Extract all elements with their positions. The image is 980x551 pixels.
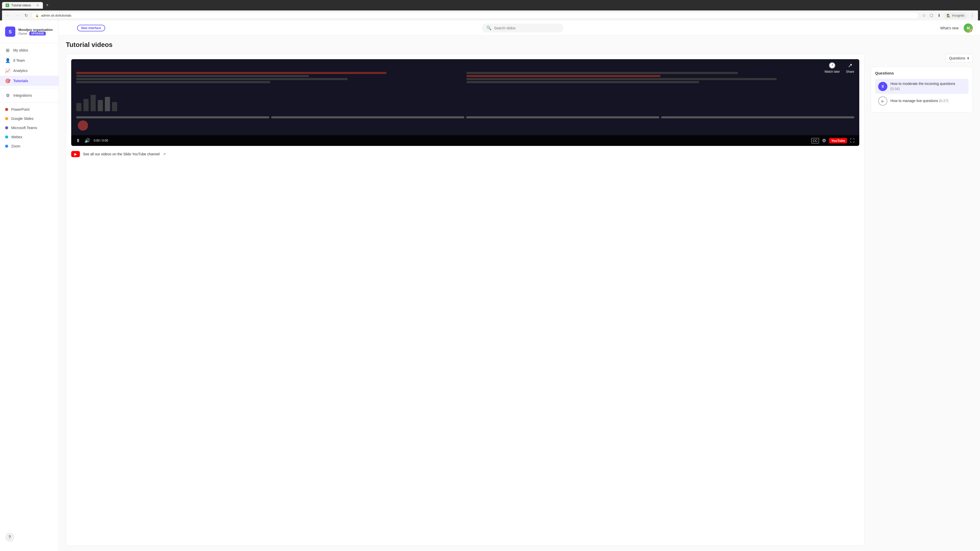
- powerpoint-label: PowerPoint: [11, 107, 30, 111]
- integrations-icon: ⚙: [5, 93, 10, 98]
- extensions-button[interactable]: ⬡: [929, 12, 934, 19]
- external-link-icon: ↗: [163, 152, 166, 156]
- question-text-2: How to manage live questions (0:27): [891, 98, 948, 103]
- webex-dot: [5, 135, 8, 138]
- analytics-icon: 📈: [5, 68, 10, 73]
- address-bar[interactable]: 🔒 admin.sli.do/tutorials: [32, 12, 919, 19]
- whats-new-button[interactable]: What's new: [940, 26, 959, 30]
- toolbar-right: ☆ ⬡ ⬇ 🕵 Incognito ⋮: [921, 12, 975, 19]
- download-button[interactable]: ⬇: [936, 12, 942, 19]
- question-item-1[interactable]: ⏸ How to moderate the incoming questions…: [875, 79, 969, 94]
- org-info: Moodjoy organization Owner UPGRADE: [18, 28, 52, 35]
- youtube-link[interactable]: ▶ See all our videos on the Slido YouTub…: [71, 151, 859, 157]
- sidebar-item-google-slides[interactable]: Google Slides: [0, 114, 59, 123]
- volume-button[interactable]: 🔊: [84, 137, 91, 144]
- avatar[interactable]: M: [964, 24, 973, 33]
- chevron-down-icon: ▾: [967, 56, 969, 60]
- settings-button[interactable]: ⚙: [821, 137, 827, 144]
- url-text: admin.sli.do/tutorials: [41, 14, 72, 17]
- presenter-avatar: [78, 121, 88, 130]
- my-slidos-icon: ⊞: [5, 48, 10, 53]
- watch-later-button[interactable]: 🕐 Watch later: [824, 62, 840, 73]
- tutorials-label: Tutorials: [13, 79, 28, 83]
- page-title: Tutorial videos: [66, 41, 973, 49]
- questions-header: Questions ▾: [871, 54, 973, 62]
- webex-label: Webex: [11, 135, 22, 139]
- browser-tabs: S Tutorial videos ✕ +: [2, 2, 978, 9]
- question-icon-playing: ⏸: [878, 82, 887, 91]
- topbar-right: What's new M: [940, 24, 973, 33]
- video-container[interactable]: 🕐 Watch later ↗ Share ⏸ 🔊: [71, 59, 859, 146]
- captions-button[interactable]: CC: [811, 138, 819, 143]
- analytics-label: Analytics: [13, 68, 27, 73]
- active-tab[interactable]: S Tutorial videos ✕: [2, 2, 43, 9]
- search-area: 🔍: [105, 24, 940, 32]
- youtube-logo: YouTube: [829, 138, 847, 143]
- org-role-row: Owner UPGRADE: [18, 32, 52, 35]
- zoom-label: Zoom: [11, 144, 21, 148]
- paused-icon: ▶: [881, 99, 884, 103]
- incognito-badge[interactable]: 🕵 Incognito: [944, 13, 967, 18]
- questions-list-title: Questions: [875, 71, 969, 75]
- app-topbar: New interface 🔍 What's new M: [59, 21, 980, 36]
- menu-button[interactable]: ⋮: [969, 12, 975, 19]
- sidebar-item-powerpoint[interactable]: PowerPoint: [0, 105, 59, 114]
- video-controls: ⏸ 🔊 0:00 / 0:00 CC ⚙ YouTube ⛶: [71, 135, 859, 146]
- page-header: Tutorial videos: [59, 36, 980, 49]
- tab-close-button[interactable]: ✕: [36, 3, 39, 7]
- search-icon: 🔍: [487, 25, 492, 30]
- sidebar-divider-2: [0, 88, 59, 88]
- browser-toolbar: ← → ↻ 🔒 admin.sli.do/tutorials ☆ ⬡ ⬇ 🕵 I…: [2, 11, 978, 21]
- forward-button[interactable]: →: [14, 12, 21, 19]
- questions-list: Questions ⏸ How to moderate the incoming…: [871, 67, 973, 113]
- sidebar-logo-area: S Moodjoy organization Owner UPGRADE: [0, 24, 59, 41]
- avatar-initials: M: [967, 26, 970, 30]
- time-display: 0:00 / 0:00: [94, 139, 808, 142]
- sidebar-item-microsoft-teams[interactable]: Microsoft Teams: [0, 123, 59, 132]
- youtube-icon: ▶: [71, 151, 80, 157]
- questions-dropdown[interactable]: Questions ▾: [945, 54, 973, 62]
- sidebar-item-my-slidos[interactable]: ⊞ My slidos: [0, 45, 59, 56]
- sidebar-item-webex[interactable]: Webex: [0, 132, 59, 141]
- google-slides-label: Google Slides: [11, 117, 33, 121]
- upgrade-badge[interactable]: UPGRADE: [29, 32, 46, 35]
- bookmark-button[interactable]: ☆: [921, 12, 927, 19]
- sidebar-item-tutorials[interactable]: 🎯 Tutorials: [0, 76, 59, 86]
- my-slidos-label: My slidos: [13, 48, 28, 52]
- question-item-2[interactable]: ▶ How to manage live questions (0:27): [875, 94, 969, 108]
- tab-favicon: S: [6, 3, 9, 7]
- avatar-notification: [970, 30, 973, 33]
- app: S Moodjoy organization Owner UPGRADE ⊞ M…: [0, 21, 980, 551]
- new-tab-button[interactable]: +: [44, 2, 51, 9]
- question-icon-paused: ▶: [878, 97, 887, 106]
- svg-text:S: S: [9, 29, 12, 35]
- org-role: Owner: [18, 32, 27, 35]
- video-bg: [71, 59, 859, 146]
- team-label: 8 Team: [13, 59, 25, 62]
- video-panel: 🕐 Watch later ↗ Share ⏸ 🔊: [66, 54, 865, 546]
- search-bar[interactable]: 🔍: [482, 24, 563, 32]
- questions-dropdown-label: Questions: [949, 56, 965, 60]
- share-button[interactable]: ↗ Share: [846, 62, 854, 73]
- question-text-1: How to moderate the incoming questions (…: [891, 81, 966, 91]
- reload-button[interactable]: ↻: [23, 12, 29, 19]
- sidebar-item-zoom[interactable]: Zoom: [0, 141, 59, 151]
- watch-later-label: Watch later: [824, 70, 840, 73]
- new-interface-button[interactable]: New interface: [77, 25, 105, 32]
- content-area: 🕐 Watch later ↗ Share ⏸ 🔊: [59, 49, 980, 551]
- browser-chrome: S Tutorial videos ✕ + ← → ↻ 🔒 admin.sli.…: [0, 0, 980, 21]
- youtube-link-text: See all our videos on the Slido YouTube …: [83, 152, 160, 156]
- help-button[interactable]: ?: [5, 533, 14, 542]
- sidebar-item-integrations[interactable]: ⚙ Integrations: [0, 90, 59, 100]
- back-button[interactable]: ←: [5, 12, 12, 19]
- main-content: New interface 🔍 What's new M Tutorial vi…: [59, 21, 980, 551]
- fullscreen-button[interactable]: ⛶: [850, 138, 855, 144]
- sidebar-item-analytics[interactable]: 📈 Analytics: [0, 65, 59, 76]
- topbar-left: New interface: [66, 25, 105, 32]
- tutorials-icon: 🎯: [5, 78, 10, 83]
- search-input[interactable]: [494, 26, 555, 30]
- pause-button[interactable]: ⏸: [75, 138, 81, 144]
- incognito-icon: 🕵: [947, 14, 950, 17]
- sidebar-item-team[interactable]: 👤 8 Team: [0, 56, 59, 65]
- incognito-label: Incognito: [952, 14, 964, 17]
